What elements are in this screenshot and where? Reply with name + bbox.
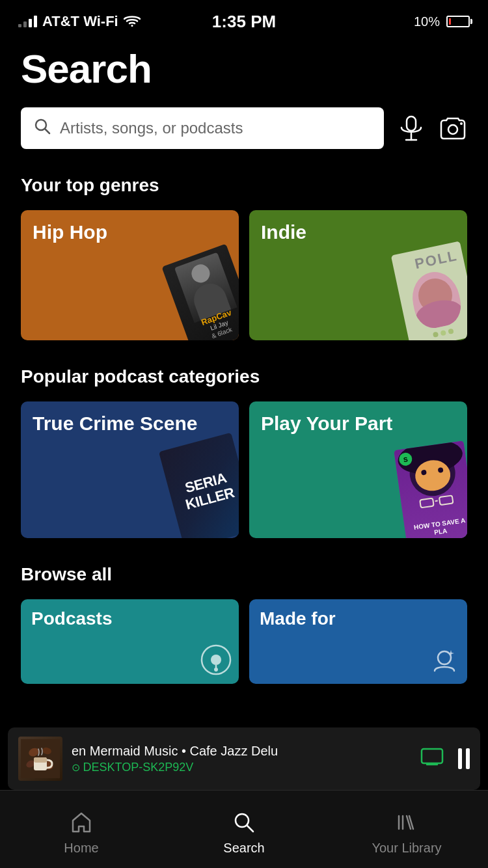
nav-item-home[interactable]: Home — [0, 791, 163, 868]
madeforyou-icon — [428, 644, 461, 676]
pause-button[interactable] — [458, 748, 470, 769]
wifi-icon — [124, 15, 141, 28]
status-carrier: AT&T Wi-Fi — [18, 13, 141, 30]
genre-label-truecrime: True Crime Scene — [33, 412, 197, 435]
podcasts-icon — [200, 644, 232, 676]
bottom-nav: Home Search Your Library — [0, 790, 488, 868]
genre-card-playyourpart[interactable]: Play Your Part — [249, 401, 467, 538]
genre-label-hiphop: Hip Hop — [33, 221, 107, 244]
genre-card-indie[interactable]: Indie POLL — [249, 210, 467, 340]
browse-card-madeforyou[interactable]: Made for — [249, 599, 467, 684]
svg-rect-2 — [407, 116, 416, 131]
nav-label-search: Search — [223, 841, 264, 856]
browse-all-title: Browse all — [21, 564, 467, 585]
top-genres-title: Your top genres — [21, 175, 467, 196]
search-bar-row: Artists, songs, or podcasts — [21, 107, 467, 149]
signal-icon — [18, 16, 37, 27]
battery-icon — [446, 16, 470, 27]
browse-label-podcasts: Podcasts — [31, 608, 113, 629]
camera-button[interactable] — [439, 114, 467, 142]
search-placeholder[interactable]: Artists, songs, or podcasts — [60, 119, 243, 137]
svg-rect-18 — [34, 757, 47, 763]
battery-percent: 10% — [414, 14, 440, 29]
browse-grid: Podcasts Made for — [21, 599, 467, 684]
podcast-categories-title: Popular podcast categories — [21, 366, 467, 387]
nav-item-search[interactable]: Search — [163, 791, 325, 868]
svg-point-5 — [448, 125, 457, 134]
now-playing-thumbnail — [18, 737, 62, 781]
home-icon — [68, 809, 94, 835]
browse-card-podcasts[interactable]: Podcasts — [21, 599, 239, 684]
status-time: 1:35 PM — [212, 12, 276, 32]
album-art-icon — [21, 739, 60, 778]
podcast-categories-grid: True Crime Scene SERIA KILLER Play Your … — [21, 401, 467, 538]
cast-icon — [420, 748, 444, 767]
nav-label-library: Your Library — [372, 841, 441, 856]
svg-line-23 — [247, 826, 253, 832]
genre-card-hiphop[interactable]: Hip Hop RapCav Lil Jay & 6lack — [21, 210, 239, 340]
svg-point-8 — [211, 655, 221, 665]
camera-icon — [439, 114, 467, 142]
now-playing-controls — [420, 748, 470, 770]
status-bar: AT&T Wi-Fi 1:35 PM 10% — [0, 0, 488, 39]
now-playing-device: DESKTOP-SK2P92V — [72, 761, 411, 774]
search-icon — [34, 118, 51, 139]
status-right: 10% — [414, 14, 470, 29]
genre-label-playyourpart: Play Your Part — [261, 412, 392, 435]
pause-bar-right — [466, 748, 470, 769]
now-playing-bar[interactable]: en Mermaid Music • Cafe Jazz Delu DESKTO… — [8, 727, 480, 790]
mic-button[interactable] — [397, 114, 426, 142]
nav-label-home: Home — [64, 841, 98, 856]
cast-button[interactable] — [420, 748, 444, 770]
svg-point-22 — [236, 814, 249, 827]
carrier-label: AT&T Wi-Fi — [42, 13, 118, 30]
nav-item-library[interactable]: Your Library — [325, 791, 488, 868]
top-genres-grid: Hip Hop RapCav Lil Jay & 6lack — [21, 210, 467, 340]
pause-bar-left — [458, 748, 462, 769]
library-icon — [394, 809, 420, 835]
svg-rect-19 — [422, 749, 442, 763]
genre-label-indie: Indie — [261, 221, 306, 244]
genre-card-truecrime[interactable]: True Crime Scene SERIA KILLER — [21, 401, 239, 538]
page-title: Search — [21, 46, 467, 92]
svg-point-6 — [460, 122, 463, 125]
main-content: Search Artists, songs, or podcasts — [0, 39, 488, 684]
nav-search-icon — [231, 809, 257, 835]
now-playing-info: en Mermaid Music • Cafe Jazz Delu DESKTO… — [72, 744, 411, 774]
search-input-container[interactable]: Artists, songs, or podcasts — [21, 107, 384, 149]
mic-icon — [397, 114, 426, 142]
now-playing-title: en Mermaid Music • Cafe Jazz Delu — [72, 744, 411, 759]
svg-line-1 — [45, 129, 49, 133]
browse-label-madeforyou: Made for — [260, 608, 336, 629]
